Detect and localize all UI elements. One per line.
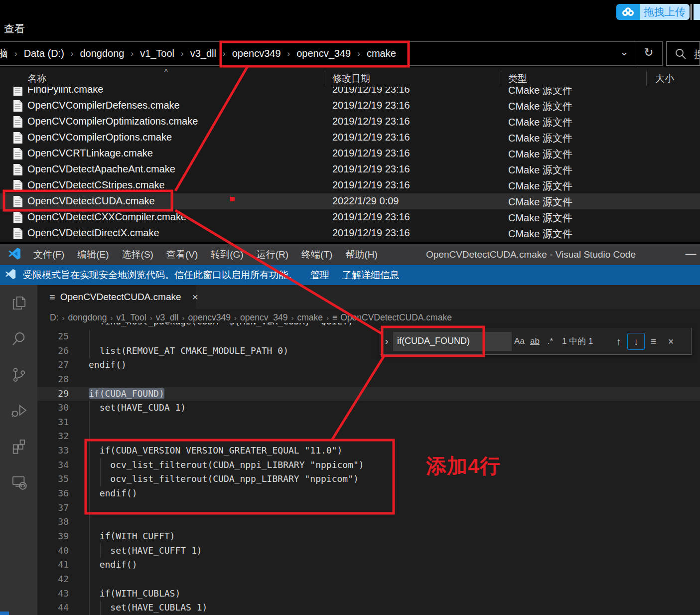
chevron-right-icon: ›	[59, 313, 68, 322]
breadcrumb-item[interactable]: v3_dll	[156, 312, 179, 323]
column-divider[interactable]	[646, 71, 647, 86]
cmake-file-icon: ≡	[332, 312, 337, 323]
code-line: 31	[37, 415, 700, 430]
line-number: 27	[37, 358, 69, 372]
file-row[interactable]: FindPylint.cmake2019/12/19 23:16CMake 源文…	[0, 87, 700, 98]
run-debug-icon[interactable]	[7, 399, 30, 422]
menu-item[interactable]: 转到(G)	[204, 244, 250, 265]
file-row[interactable]: OpenCVDetectCStripes.cmake2019/12/19 23:…	[0, 177, 700, 193]
code-line: 37	[37, 501, 700, 515]
menu-item[interactable]: 查看(V)	[160, 244, 204, 265]
address-path-box[interactable]: 脑›Data (D:)›dongdong›v1_Tool›v3_dll›open…	[0, 41, 663, 66]
code-text: if(CUDA_FOUND)	[89, 387, 164, 401]
breadcrumb-item[interactable]: D:	[50, 312, 59, 323]
find-input[interactable]	[393, 332, 512, 351]
file-icon	[13, 195, 23, 210]
file-row[interactable]: OpenCVCompilerOptimizations.cmake2019/12…	[0, 114, 700, 130]
file-name: OpenCVDetectCXXCompiler.cmake	[27, 211, 186, 223]
chevron-right-icon: ›	[353, 49, 365, 59]
breadcrumb-item[interactable]: opencv_349	[240, 312, 287, 323]
file-type: CMake 源文件	[508, 132, 572, 145]
code-line: 33 if(CUDA_VERSION VERSION_GREATER_EQUAL…	[37, 444, 700, 458]
breadcrumb: 脑›Data (D:)›dongdong›v1_Tool›v3_dll›open…	[0, 47, 398, 60]
file-row[interactable]: OpenCVDetectApacheAnt.cmake2019/12/19 23…	[0, 161, 700, 177]
breadcrumb-item[interactable]: Data (D:)	[22, 48, 66, 59]
chevron-down-icon[interactable]: ⌄	[617, 46, 632, 58]
column-type[interactable]: 类型	[508, 72, 527, 85]
breadcrumb-item[interactable]: v1_Tool	[138, 48, 176, 59]
match-case-icon[interactable]: Aa	[512, 336, 527, 346]
column-divider[interactable]	[501, 71, 501, 86]
extensions-icon[interactable]	[7, 435, 30, 458]
banner-learn-more-link[interactable]: 了解详细信息	[342, 269, 399, 282]
search-icon[interactable]	[7, 327, 30, 350]
menu-item[interactable]: 选择(S)	[116, 244, 160, 265]
breadcrumb-item[interactable]: cmake	[365, 48, 398, 59]
remote-explorer-icon[interactable]	[7, 470, 30, 493]
file-name: OpenCVCompilerDefenses.cmake	[27, 100, 180, 111]
previous-match-icon[interactable]: ↑	[610, 333, 627, 350]
file-row[interactable]: OpenCVDetectDirectX.cmake2019/12/19 23:1…	[0, 225, 700, 241]
close-icon[interactable]: ×	[662, 333, 680, 350]
line-number: 36	[37, 486, 69, 501]
breadcrumb-item[interactable]: opencv349	[188, 312, 231, 323]
breadcrumb-item[interactable]: opencv_349	[294, 48, 353, 59]
tab-opencvdetectcuda[interactable]: ≡ OpenCVDetectCUDA.cmake ×	[37, 285, 196, 309]
column-size[interactable]: 大小	[655, 72, 674, 85]
line-number: 28	[37, 372, 69, 387]
whole-word-icon[interactable]: ab	[527, 336, 543, 346]
file-list-header: 名称 ^ 修改日期 类型 大小	[0, 70, 700, 87]
menu-item[interactable]: 运行(R)	[250, 244, 295, 265]
drag-upload-button[interactable]: 拖拽上传	[640, 4, 690, 20]
menu-item[interactable]: 文件(F)	[27, 244, 71, 265]
explorer-search-input[interactable]: 搜	[666, 41, 700, 66]
breadcrumb-item[interactable]: v3_dll	[188, 48, 218, 59]
chevron-right-icon: ›	[178, 313, 188, 322]
file-name: OpenCVDetectDirectX.cmake	[27, 227, 159, 239]
line-number: 41	[37, 558, 69, 572]
minimize-icon[interactable]: —	[682, 244, 700, 265]
refresh-icon[interactable]: ↻	[640, 46, 658, 59]
code-text: set(HAVE_CUDA 1)	[89, 401, 186, 415]
explorer-icon[interactable]	[7, 292, 30, 314]
file-row[interactable]: OpenCVDetectCXXCompiler.cmake2019/12/19 …	[0, 209, 700, 225]
breadcrumb-item[interactable]: opencv349	[230, 48, 283, 59]
toggle-replace-icon[interactable]: ›	[380, 335, 393, 347]
line-number: 42	[37, 572, 69, 587]
banner-manage-link[interactable]: 管理	[310, 269, 329, 282]
menu-item[interactable]: 编辑(E)	[71, 244, 115, 265]
breadcrumb-item[interactable]: 脑	[0, 47, 10, 60]
file-row[interactable]: OpenCVCRTLinkage.cmake2019/12/19 23:16CM…	[0, 146, 700, 161]
code-area[interactable]: 2526 list(REMOVE_AT CMAKE_MODULE_PATH 0)…	[37, 329, 700, 615]
baidu-cloud-icon	[616, 4, 640, 20]
close-icon[interactable]: ×	[192, 291, 198, 303]
find-in-selection-icon[interactable]: ≡	[645, 333, 662, 350]
next-match-icon[interactable]: ↓	[627, 333, 645, 350]
file-type: CMake 源文件	[508, 163, 572, 177]
regex-icon[interactable]: .*	[543, 336, 558, 346]
chevron-right-icon: ›	[66, 49, 78, 59]
file-date: 2019/12/19 23:16	[332, 87, 410, 95]
file-date: 2019/12/19 23:16	[332, 163, 410, 175]
baidu-netdisk-widget[interactable]: 拖拽上传	[616, 4, 690, 20]
source-control-icon[interactable]	[7, 363, 30, 386]
breadcrumb-file[interactable]: OpenCVDetectCUDA.cmake	[340, 312, 452, 323]
code-text: ocv_list_filterout(CUDA_npp_LIBRARY "npp…	[89, 472, 359, 486]
menu-item[interactable]: 终端(T)	[295, 244, 339, 265]
editor-region[interactable]: ≡ OpenCVDetectCUDA.cmake × D:›dongdong›v…	[37, 285, 700, 615]
search-icon	[675, 48, 687, 60]
code-line: 27endif()	[37, 358, 700, 372]
column-date[interactable]: 修改日期	[332, 72, 370, 85]
column-name[interactable]: 名称	[27, 72, 46, 85]
breadcrumb-item[interactable]: dongdong	[68, 312, 107, 323]
menu-item[interactable]: 帮助(H)	[339, 244, 384, 265]
line-number: 37	[37, 501, 69, 515]
file-row[interactable]: OpenCVCompilerOptions.cmake2019/12/19 23…	[0, 130, 700, 146]
column-divider[interactable]	[325, 71, 325, 86]
explorer-view-menu[interactable]: 查看	[4, 22, 25, 36]
breadcrumb-item[interactable]: dongdong	[78, 48, 126, 59]
file-row[interactable]: OpenCVCompilerDefenses.cmake2019/12/19 2…	[0, 98, 700, 114]
breadcrumb-item[interactable]: v1_Tool	[116, 312, 146, 323]
file-row[interactable]: OpenCVDetectCUDA.cmake2022/1/29 0:09CMak…	[0, 193, 700, 209]
breadcrumb-item[interactable]: cmake	[297, 312, 323, 323]
